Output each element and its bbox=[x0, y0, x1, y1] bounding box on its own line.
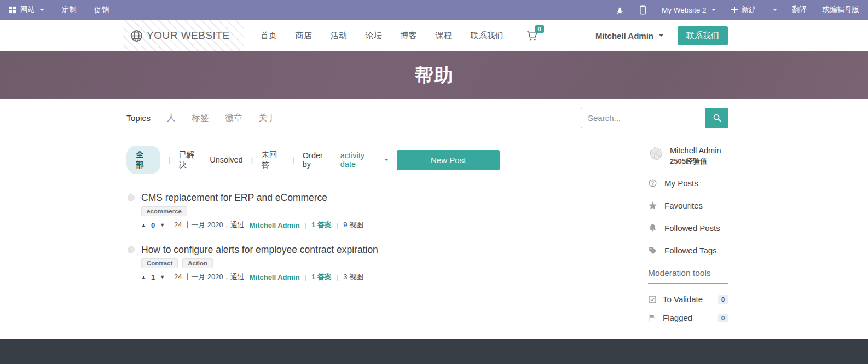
website-menu[interactable]: 网站 bbox=[9, 5, 44, 15]
logo-text: YOUR WEBSITE bbox=[147, 30, 230, 42]
debug-bug-icon[interactable] bbox=[616, 5, 624, 14]
caret-down-icon bbox=[711, 9, 716, 11]
header-user-menu[interactable]: Mitchell Admin bbox=[595, 31, 663, 41]
divider: | bbox=[292, 155, 294, 164]
sidebar-my-posts[interactable]: My Posts bbox=[648, 178, 728, 188]
order-by-value: activity date bbox=[340, 151, 380, 169]
vote-up-icon[interactable]: ▲ bbox=[141, 274, 146, 280]
post-tag[interactable]: Action bbox=[182, 258, 213, 268]
new-content-button[interactable]: 新建 bbox=[731, 5, 756, 15]
new-post-button[interactable]: New Post bbox=[397, 150, 500, 170]
sidebar-to-validate[interactable]: To Validate 0 bbox=[648, 294, 728, 304]
post-views: 9 视图 bbox=[343, 220, 363, 230]
tab-people[interactable]: 人 bbox=[167, 112, 176, 124]
tab-badges[interactable]: 徽章 bbox=[225, 112, 242, 124]
caret-down-icon bbox=[659, 34, 663, 37]
forum-hero-banner: 帮助 bbox=[0, 51, 868, 99]
post-title-link[interactable]: How to configure alerts for employee con… bbox=[141, 244, 378, 256]
sidebar-my-posts-label: My Posts bbox=[664, 178, 698, 188]
nav-forum[interactable]: 论坛 bbox=[366, 31, 382, 41]
sidebar-followed-tags[interactable]: Followed Tags bbox=[648, 246, 728, 255]
post-author-avatar bbox=[126, 245, 136, 255]
divider: | bbox=[305, 273, 306, 281]
tab-about[interactable]: 关于 bbox=[258, 112, 275, 124]
vote-down-icon[interactable]: ▼ bbox=[160, 222, 165, 228]
divider: | bbox=[305, 221, 306, 229]
post-author-link[interactable]: Mitchell Admin bbox=[250, 221, 300, 229]
forum-sidebar: Mitchell Admin 2505经验值 My Posts Favourit… bbox=[648, 146, 728, 332]
nav-events[interactable]: 活动 bbox=[331, 31, 347, 41]
tab-topics[interactable]: Topics bbox=[126, 113, 151, 123]
admin-top-bar: 网站 定制 促销 My Website 2 新建 翻译 或编辑母版 bbox=[0, 0, 868, 20]
customize-menu[interactable]: 定制 bbox=[62, 5, 77, 15]
to-validate-label: To Validate bbox=[663, 294, 703, 304]
site-switcher[interactable]: My Website 2 bbox=[662, 6, 716, 14]
post-title-link[interactable]: CMS replacement for ERP and eCommerce bbox=[141, 192, 327, 204]
post-item: How to configure alerts for employee con… bbox=[126, 244, 619, 282]
flagged-label: Flagged bbox=[663, 313, 692, 322]
caret-down-icon bbox=[384, 159, 389, 161]
cart-button[interactable]: 0 bbox=[526, 30, 538, 42]
order-by-dropdown[interactable]: activity date bbox=[340, 151, 389, 169]
post-tag[interactable]: Contract bbox=[141, 258, 178, 268]
user-avatar bbox=[648, 146, 664, 162]
grid-icon bbox=[9, 6, 16, 14]
star-icon bbox=[648, 201, 657, 210]
post-list: CMS replacement for ERP and eCommerce ec… bbox=[126, 192, 619, 282]
filter-solved[interactable]: 已解决 bbox=[179, 149, 202, 170]
post-item: CMS replacement for ERP and eCommerce ec… bbox=[126, 192, 619, 230]
post-answers-link[interactable]: 1 答案 bbox=[311, 272, 332, 282]
globe-icon bbox=[130, 30, 143, 42]
plus-icon bbox=[731, 7, 738, 13]
vote-up-icon[interactable]: ▲ bbox=[141, 222, 146, 228]
filter-unsolved[interactable]: Unsolved bbox=[210, 155, 242, 164]
nav-contact[interactable]: 联系我们 bbox=[471, 31, 504, 41]
question-circle-icon bbox=[648, 178, 657, 188]
sidebar-user-karma: 2505经验值 bbox=[670, 157, 721, 166]
site-footer bbox=[0, 339, 868, 364]
nav-courses[interactable]: 课程 bbox=[436, 31, 452, 41]
sidebar-followed-posts-label: Followed Posts bbox=[664, 223, 720, 233]
divider: | bbox=[337, 273, 338, 281]
search-bar bbox=[581, 108, 728, 128]
header-user-name: Mitchell Admin bbox=[595, 31, 653, 41]
sidebar-user-card[interactable]: Mitchell Admin 2505经验值 bbox=[648, 146, 728, 166]
promote-label: 促销 bbox=[94, 5, 109, 15]
sidebar-favourites[interactable]: Favourites bbox=[648, 201, 728, 210]
post-answers-link[interactable]: 1 答案 bbox=[311, 220, 332, 230]
divider: | bbox=[169, 155, 171, 164]
post-author-link[interactable]: Mitchell Admin bbox=[250, 273, 300, 281]
tab-tags[interactable]: 标签 bbox=[192, 112, 209, 124]
divider: | bbox=[251, 155, 253, 164]
customize-label: 定制 bbox=[62, 5, 77, 15]
site-header: YOUR WEBSITE 首页 商店 活动 论坛 博客 课程 联系我们 0 Mi… bbox=[0, 20, 868, 51]
sidebar-flagged[interactable]: Flagged 0 bbox=[648, 313, 728, 322]
forum-tabs: Topics 人 标签 徽章 关于 bbox=[126, 112, 275, 124]
search-button[interactable] bbox=[705, 108, 728, 128]
nav-blog[interactable]: 博客 bbox=[401, 31, 417, 41]
nav-shop[interactable]: 商店 bbox=[296, 31, 312, 41]
vote-down-icon[interactable]: ▼ bbox=[160, 274, 165, 280]
mobile-preview-icon[interactable] bbox=[639, 5, 646, 15]
translate-button[interactable]: 翻译 bbox=[792, 5, 807, 15]
post-author-avatar bbox=[126, 193, 136, 203]
nav-home[interactable]: 首页 bbox=[261, 31, 277, 41]
site-logo[interactable]: YOUR WEBSITE bbox=[123, 20, 244, 51]
sidebar-followed-posts[interactable]: Followed Posts bbox=[648, 223, 728, 233]
contact-us-button[interactable]: 联系我们 bbox=[678, 26, 728, 45]
flag-icon bbox=[648, 314, 657, 322]
filter-unanswered[interactable]: 未回答 bbox=[261, 149, 284, 170]
promote-menu[interactable]: 促销 bbox=[94, 5, 109, 15]
filter-row: 全部 | 已解决 Unsolved | 未回答 | Order by activ… bbox=[126, 146, 619, 174]
post-tag[interactable]: ecommerce bbox=[141, 206, 187, 216]
moderation-tools-title: Moderation tools bbox=[648, 268, 728, 284]
edit-master-button[interactable]: 或编辑母版 bbox=[823, 5, 860, 15]
search-input[interactable] bbox=[581, 108, 705, 128]
website-menu-label: 网站 bbox=[20, 5, 35, 15]
to-validate-count-badge: 0 bbox=[718, 295, 728, 304]
check-square-icon bbox=[648, 295, 657, 304]
filter-all[interactable]: 全部 bbox=[126, 146, 160, 174]
new-content-dropdown-toggle[interactable] bbox=[773, 9, 777, 11]
flagged-count-badge: 0 bbox=[718, 314, 728, 322]
cart-count-badge: 0 bbox=[535, 25, 544, 33]
